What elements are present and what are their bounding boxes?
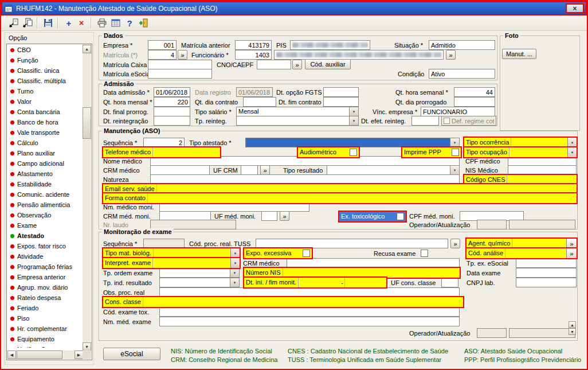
cod-analise-lookup-button[interactable]: » <box>566 248 577 258</box>
matricula-esocial-input[interactable] <box>148 69 212 79</box>
cons-classe-input[interactable] <box>143 297 463 307</box>
chevron-down-icon[interactable]: ▼ <box>349 107 358 116</box>
crm-medico-input[interactable] <box>150 165 210 175</box>
exit-button[interactable] <box>136 17 150 29</box>
sidebar-vscroll-thumb[interactable] <box>83 107 91 139</box>
insert-record-button[interactable] <box>21 17 34 29</box>
dt-ini-monit-input[interactable] <box>298 278 340 287</box>
sidebar-scroll-left-button[interactable]: ◀ <box>7 350 16 359</box>
sidebar-item-conta-bancaria[interactable]: Conta bancária <box>7 107 83 117</box>
tipo-ocupacao-combo[interactable]: ▼ <box>509 147 577 157</box>
chevron-down-icon[interactable]: ▼ <box>450 138 459 147</box>
sidebar-item-turno[interactable]: Turno <box>7 86 83 96</box>
telefone-medico-input[interactable] <box>152 147 220 157</box>
navigate-record-button[interactable] <box>7 17 21 29</box>
qt-dia-prorrogado-input[interactable] <box>454 97 495 107</box>
sidebar-item-funcao[interactable]: Função <box>7 55 83 65</box>
sidebar-scroll-up-button[interactable]: ▲ <box>83 45 91 53</box>
tp-ex-esocial-input[interactable] <box>516 258 577 268</box>
dt-fim-contrato-input[interactable] <box>323 97 359 107</box>
sidebar-item-rateio-despesa[interactable]: Rateio despesa <box>7 293 83 303</box>
condicao-input[interactable] <box>429 69 495 79</box>
sidebar-item-expos-fator-risco[interactable]: Expos. fator risco <box>7 241 83 251</box>
pis-input-redacted[interactable] <box>290 40 370 50</box>
forma-contato-input[interactable] <box>147 193 577 203</box>
dt-fim-monit-input[interactable] <box>344 278 386 287</box>
uf-med-moni-input[interactable] <box>261 211 277 221</box>
monitoracao-scroll-up-button[interactable]: ▲ <box>569 321 576 328</box>
sidebar-item-classific-unica[interactable]: Classific. única <box>7 65 83 76</box>
sidebar-item-estabilidade[interactable]: Estabilidade <box>7 179 83 189</box>
crm-lookup-button[interactable]: » <box>260 165 270 175</box>
funcionario-input[interactable] <box>235 50 272 60</box>
sidebar-scroll-right-button[interactable]: ▶ <box>75 350 83 359</box>
cod-exame-tox-input[interactable] <box>159 307 460 317</box>
chevron-down-icon[interactable]: ▼ <box>230 278 239 287</box>
data-admissao-input[interactable] <box>154 87 190 97</box>
sidebar-item-classific-multipla[interactable]: Classific. múltipla <box>7 76 83 86</box>
sidebar-item-observacao[interactable]: Observação <box>7 210 83 220</box>
nm-med-exame-input[interactable] <box>159 317 460 326</box>
sidebar-item-empresa-anterior[interactable]: Empresa anterior <box>7 272 83 282</box>
tp-reinteg-combo[interactable]: ▼ <box>236 116 359 126</box>
chevron-down-icon[interactable]: ▼ <box>230 258 240 268</box>
cno-caepf-lookup-button[interactable]: » <box>292 60 302 69</box>
sidebar-scroll-down-button[interactable]: ▼ <box>83 342 91 351</box>
qt-hora-semanal-input[interactable] <box>454 87 495 97</box>
data-exame-input[interactable] <box>516 268 577 278</box>
sidebar-item-exame[interactable]: Exame <box>7 220 83 231</box>
chevron-down-icon[interactable]: ▼ <box>349 116 358 125</box>
save-button[interactable] <box>41 17 55 29</box>
sidebar-item-pensao-alimenticia[interactable]: Pensão alimenticia <box>7 200 83 210</box>
dt-opcao-fgts-input[interactable] <box>323 87 359 97</box>
sidebar-item-afastamento[interactable]: Afastamento <box>7 169 83 179</box>
sidebar-item-piso[interactable]: Piso <box>7 313 83 324</box>
cod-auxiliar-button[interactable]: Cód. auxiliar <box>305 59 351 69</box>
sidebar-item-valor[interactable]: Valor <box>7 96 83 107</box>
sidebar-item-plano-auxiliar[interactable]: Plano auxiliar <box>7 148 83 158</box>
dt-reintegracao-input[interactable] <box>154 116 190 126</box>
close-button[interactable]: × <box>566 3 584 13</box>
tp-ind-resultado-combo[interactable]: ▼ <box>159 278 240 287</box>
situacao-input[interactable] <box>429 40 495 50</box>
cno-caepf-input[interactable] <box>257 60 291 69</box>
uf-cons-classe-input[interactable] <box>441 278 458 287</box>
print-button[interactable] <box>95 17 109 29</box>
sidebar-item-atestado[interactable]: Atestado <box>7 231 83 241</box>
sidebar-item-hr-complementar[interactable]: Hr. complementar <box>7 324 83 334</box>
sidebar-item-vale-transporte[interactable]: Vale transporte <box>7 127 83 138</box>
delete-button[interactable]: × <box>75 17 88 29</box>
sidebar-item-cbo[interactable]: CBO <box>7 45 83 55</box>
grid-view-button[interactable] <box>109 17 123 29</box>
vinc-empresa-input[interactable] <box>421 107 495 116</box>
chevron-down-icon[interactable]: ▼ <box>230 268 239 277</box>
sidebar-item-atividade[interactable]: Atividade <box>7 251 83 262</box>
help-button[interactable]: ? <box>123 17 136 29</box>
funcionario-lookup-button[interactable]: » <box>446 50 456 60</box>
cnpj-lab-input[interactable] <box>516 278 577 287</box>
chevron-down-icon[interactable]: ▼ <box>450 166 459 174</box>
sidebar-item-banco-de-hora[interactable]: Banco de hora <box>7 117 83 127</box>
esocial-button[interactable]: eSocial <box>103 348 160 360</box>
matricula-input[interactable] <box>148 50 177 60</box>
matricula-caixa-input[interactable] <box>148 60 212 69</box>
interpret-exame-combo[interactable]: ▼ <box>152 258 240 268</box>
tipo-resultado-combo[interactable]: ▼ <box>327 165 460 175</box>
sidebar-item-notificacao[interactable]: Notificação <box>7 344 83 348</box>
sidebar-item-campo-adicional[interactable]: Campo adicional <box>7 158 83 169</box>
imprime-ppp-checkbox[interactable] <box>452 149 459 156</box>
uf-crm-input[interactable] <box>241 165 258 175</box>
qt-dia-contrato-input[interactable] <box>243 97 276 107</box>
tp-ordem-exame-combo[interactable]: ▼ <box>159 268 240 278</box>
expo-excessiva-checkbox[interactable] <box>303 250 310 257</box>
matricula-anterior-input[interactable] <box>235 40 272 50</box>
cod-proc-tuss-lookup-button[interactable]: » <box>450 239 460 248</box>
matricula-lookup-button[interactable]: » <box>178 50 187 60</box>
tipo-salario-combo[interactable]: Mensal▼ <box>236 107 359 116</box>
ex-toxicologico-checkbox[interactable] <box>397 213 404 220</box>
funcionario-nome-redacted[interactable] <box>274 50 444 60</box>
add-button[interactable]: + <box>62 17 76 29</box>
dt-final-prorrog-input[interactable] <box>154 107 190 116</box>
chevron-down-icon[interactable]: ▼ <box>567 147 577 157</box>
monitoracao-scroll-down-button[interactable]: ▼ <box>569 328 576 335</box>
